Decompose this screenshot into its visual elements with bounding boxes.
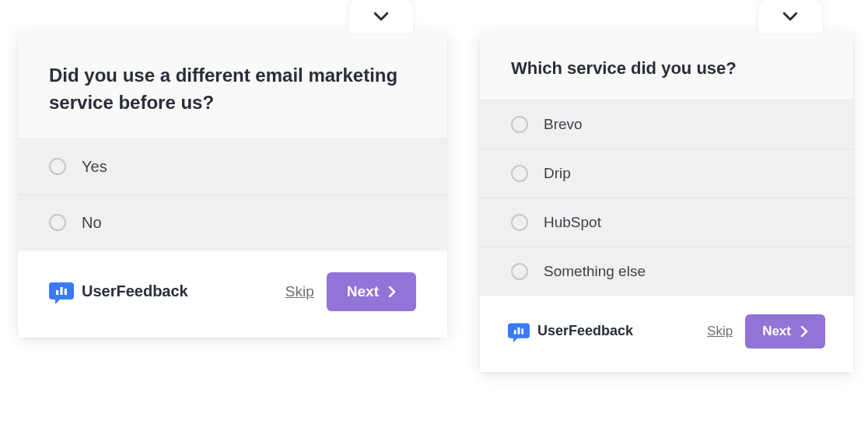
option-row[interactable]: Yes [18, 139, 447, 195]
skip-link[interactable]: Skip [707, 324, 733, 339]
brand-label: UserFeedback [82, 282, 188, 300]
chevron-right-icon [800, 326, 808, 337]
brand: UserFeedback [49, 279, 188, 304]
chat-bars-icon [508, 321, 530, 342]
card-footer: UserFeedback Skip Next [18, 251, 447, 338]
option-label: HubSpot [544, 214, 601, 231]
brand: UserFeedback [508, 321, 633, 342]
brand-label: UserFeedback [537, 323, 633, 339]
chat-bars-icon [49, 279, 74, 304]
radio-icon [511, 165, 528, 182]
option-row[interactable]: Brevo [480, 100, 853, 149]
chevron-down-icon [374, 12, 388, 21]
svg-rect-5 [521, 328, 523, 334]
options-list: Brevo Drip HubSpot Something else [480, 100, 853, 296]
svg-rect-4 [518, 328, 520, 335]
chevron-down-icon [783, 12, 797, 21]
next-button[interactable]: Next [327, 272, 416, 311]
option-label: Yes [82, 158, 107, 176]
collapse-tab[interactable] [758, 0, 822, 33]
radio-icon [49, 214, 66, 231]
collapse-tab[interactable] [349, 0, 413, 33]
next-button[interactable]: Next [745, 314, 825, 349]
radio-icon [511, 263, 528, 280]
next-label: Next [347, 283, 379, 300]
option-row[interactable]: HubSpot [480, 198, 853, 247]
card-footer: UserFeedback Skip Next [480, 296, 853, 372]
option-row[interactable]: No [18, 195, 447, 251]
option-row[interactable]: Drip [480, 149, 853, 198]
svg-rect-1 [60, 287, 62, 295]
option-label: Something else [544, 263, 646, 280]
option-label: No [82, 214, 102, 232]
radio-icon [49, 158, 66, 175]
question-title: Which service did you use? [511, 56, 822, 81]
svg-rect-2 [65, 289, 67, 295]
radio-icon [511, 214, 528, 231]
radio-icon [511, 116, 528, 133]
question-header: Did you use a different email marketing … [18, 31, 447, 139]
skip-link[interactable]: Skip [285, 283, 314, 300]
question-header: Which service did you use? [480, 31, 853, 100]
option-label: Drip [544, 165, 571, 182]
options-list: Yes No [18, 139, 447, 251]
option-label: Brevo [544, 116, 583, 133]
survey-card-1: Did you use a different email marketing … [18, 31, 447, 338]
svg-rect-3 [514, 330, 516, 334]
svg-rect-0 [56, 290, 58, 295]
next-label: Next [762, 324, 791, 339]
option-row[interactable]: Something else [480, 247, 853, 296]
chevron-right-icon [388, 286, 396, 297]
question-title: Did you use a different email marketing … [49, 62, 416, 117]
survey-card-2: Which service did you use? Brevo Drip Hu… [480, 31, 853, 372]
